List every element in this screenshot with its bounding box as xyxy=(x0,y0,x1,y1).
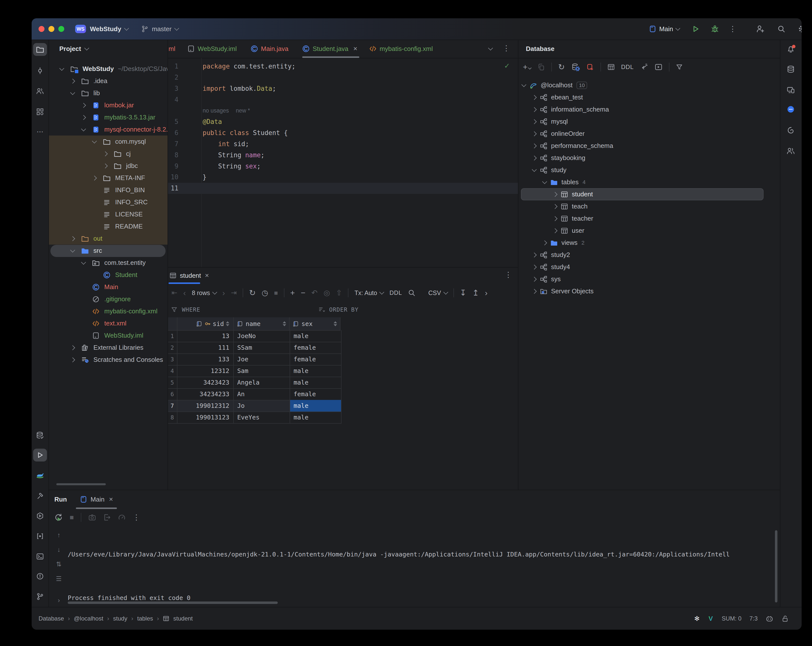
tree-item-mysql-connector-jar[interactable]: mysql-connector-j-8.2.0 xyxy=(49,123,168,136)
profiler-gauge-icon[interactable] xyxy=(118,513,126,521)
import-data-button[interactable]: ↧ xyxy=(460,289,467,297)
tree-item-text-xml[interactable]: text.xml xyxy=(49,317,168,329)
find-in-grid-icon[interactable] xyxy=(408,289,415,297)
db-item-information-schema[interactable]: information_schema xyxy=(518,103,780,115)
sum-indicator[interactable]: SUM: 0 xyxy=(722,615,742,622)
problems-tool-button[interactable] xyxy=(33,570,47,583)
last-page-button[interactable]: ⇥ xyxy=(231,289,237,296)
first-page-button[interactable]: ⇤ xyxy=(171,289,177,296)
tree-item-mybatis-config[interactable]: mybatis-config.xml xyxy=(49,305,168,317)
cell-sid[interactable]: 34234233 xyxy=(177,388,234,400)
grid-row-selected[interactable]: 7199012312Jomale xyxy=(168,400,342,412)
tree-item-src[interactable]: src xyxy=(49,245,168,257)
tree-item-info-bin[interactable]: INFO_BIN xyxy=(49,184,168,196)
view-data-icon[interactable] xyxy=(607,63,615,71)
sort-arrows-icon[interactable] xyxy=(283,321,286,326)
cell-name[interactable]: Jo xyxy=(234,400,290,412)
notifications-bell-icon[interactable] xyxy=(784,43,798,56)
previous-page-button[interactable]: ‹ xyxy=(183,289,186,297)
debug-button[interactable] xyxy=(711,25,719,33)
cell-name[interactable]: SSam xyxy=(234,342,290,354)
tree-item-student-class[interactable]: Student xyxy=(49,269,168,281)
database-tool-button[interactable] xyxy=(33,429,47,442)
scroll-sync-icon[interactable]: ⇅ xyxy=(56,560,61,568)
zoom-window-button[interactable] xyxy=(58,26,64,32)
caret-position-indicator[interactable]: 7:3 xyxy=(749,615,758,622)
project-horizontal-scrollbar[interactable] xyxy=(56,483,106,485)
branch-selector[interactable]: master xyxy=(141,25,179,33)
run-tool-button[interactable] xyxy=(33,449,47,461)
tree-item-cj[interactable]: cj xyxy=(49,148,168,160)
db-item-onlineorder[interactable]: onlineOrder xyxy=(518,128,780,140)
code-editor[interactable]: 1package com.test.entity; 2 3import lomb… xyxy=(168,58,518,267)
scroll-to-top-icon[interactable]: ↑ xyxy=(57,531,61,539)
tab-student-java-active[interactable]: Student.java × xyxy=(302,40,357,58)
close-tab-icon[interactable]: × xyxy=(205,272,209,280)
todo-tool-button[interactable] xyxy=(33,530,47,543)
tree-item-main-class[interactable]: Main xyxy=(49,281,168,293)
tree-item-meta-inf[interactable]: META-INF xyxy=(49,172,168,184)
column-header-name[interactable]: name xyxy=(234,317,290,331)
cell-sex[interactable]: male xyxy=(290,377,342,389)
tree-item-lombok-jar[interactable]: lombok.jar xyxy=(49,99,168,111)
close-tab-icon[interactable]: × xyxy=(353,45,357,53)
project-tool-button[interactable] xyxy=(33,43,47,56)
delete-row-button[interactable]: − xyxy=(301,289,305,297)
cell-sid[interactable]: 199012312 xyxy=(177,400,234,412)
run-console-output[interactable]: /Users/eve/Library/Java/JavaVirtualMachi… xyxy=(68,527,774,602)
close-tab-icon[interactable]: × xyxy=(109,495,113,503)
v-plugin-icon[interactable]: V xyxy=(708,615,713,623)
import-thread-dump-icon[interactable] xyxy=(103,513,111,521)
cell-name[interactable]: Sam xyxy=(234,365,290,377)
settings-button[interactable] xyxy=(798,25,801,33)
chatgpt-plugin-icon[interactable]: ✻ xyxy=(694,615,699,623)
ddl-mapped-button[interactable]: DDL xyxy=(621,64,634,70)
cell-sex[interactable]: male xyxy=(290,330,342,342)
tree-item-com-test-entity[interactable]: com.test.entity xyxy=(49,257,168,269)
column-header-sid[interactable]: sid xyxy=(177,317,234,331)
sort-arrows-icon[interactable] xyxy=(226,321,229,326)
cell-sid[interactable]: 3423423 xyxy=(177,377,234,389)
more-tool-windows-button[interactable]: ⋯ xyxy=(33,125,47,138)
db-item-study[interactable]: study xyxy=(518,164,780,176)
tree-item-webstudy-root[interactable]: WebStudy~/Desktop/CS/Java xyxy=(49,63,168,75)
device-preview-tool-button[interactable] xyxy=(784,84,798,96)
db-item-teach-table[interactable]: teach xyxy=(518,201,780,213)
export-format-selector[interactable]: CSV xyxy=(428,289,447,297)
jump-to-console-icon[interactable] xyxy=(640,63,648,71)
tree-item-idea[interactable]: .idea xyxy=(49,75,168,87)
stop-process-button[interactable]: ■ xyxy=(70,513,74,521)
ai-assistant-chat-icon[interactable] xyxy=(784,103,798,116)
breadcrumb-study[interactable]: study xyxy=(113,615,127,622)
db-item-user-table[interactable]: user xyxy=(518,225,780,237)
tree-item-mybatis-jar[interactable]: mybatis-3.5.13.jar xyxy=(49,111,168,123)
chevron-down-icon[interactable] xyxy=(84,46,89,51)
search-everywhere-button[interactable] xyxy=(777,25,785,33)
grid-row[interactable]: 53423423Angelamale xyxy=(168,377,342,389)
revert-changes-button[interactable]: ↶ xyxy=(311,289,317,297)
pull-requests-tool-button[interactable] xyxy=(33,84,47,98)
console-vertical-scrollbar[interactable] xyxy=(775,530,777,603)
scroll-to-bottom-icon[interactable]: ↓ xyxy=(57,546,61,554)
cell-sex-selected[interactable]: male xyxy=(290,400,342,412)
tab-mybatis-config[interactable]: mybatis-config.xml xyxy=(369,40,433,58)
grid-row[interactable]: 8199013123EveYesmale xyxy=(168,412,342,423)
auto-refresh-button[interactable]: ◷ xyxy=(262,289,268,297)
sort-arrows-icon[interactable] xyxy=(334,321,337,326)
where-clause-input[interactable]: WHERE xyxy=(182,306,200,313)
grid-row[interactable]: 113JoeNomale xyxy=(168,331,342,342)
table-tab-label[interactable]: student xyxy=(180,272,201,280)
db-item-views-folder[interactable]: views2 xyxy=(518,237,780,249)
cell-sex[interactable]: female xyxy=(290,354,342,366)
tree-item-lib[interactable]: lib xyxy=(49,87,168,99)
db-item-student-table[interactable]: student xyxy=(518,188,780,201)
next-page-button[interactable]: › xyxy=(223,289,225,297)
order-by-input[interactable]: ORDER BY xyxy=(329,306,359,313)
docker-tool-button[interactable] xyxy=(33,469,47,482)
submit-button[interactable]: ⇧ xyxy=(336,289,342,297)
duplicate-icon[interactable] xyxy=(537,63,545,71)
services-tool-button[interactable] xyxy=(33,510,47,522)
tree-item-jdbc[interactable]: jdbc xyxy=(49,160,168,172)
db-item-localhost[interactable]: @localhost10 xyxy=(518,79,780,91)
project-selector[interactable]: WebStudy xyxy=(90,25,128,33)
